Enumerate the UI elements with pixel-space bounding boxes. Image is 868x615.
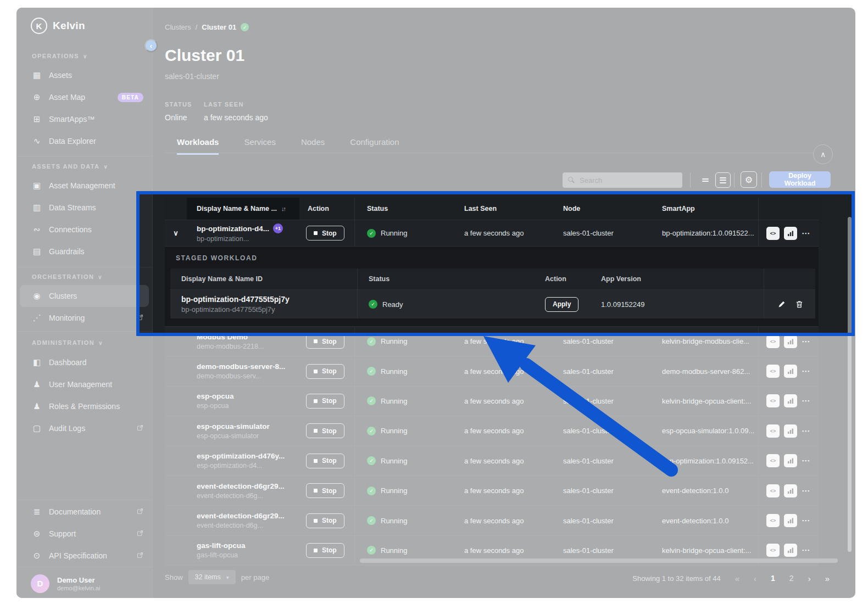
sidebar-collapse-button[interactable]: ‹	[144, 39, 158, 52]
last-seen-value: a few seconds ago	[204, 113, 268, 122]
stop-button[interactable]: Stop	[306, 454, 344, 468]
code-icon[interactable]: <>	[766, 454, 780, 467]
stop-icon	[314, 429, 318, 433]
table-row[interactable]: Modbus Demodemo-modbus-2218... Stop ✓Run…	[165, 327, 819, 356]
metrics-icon[interactable]	[784, 424, 797, 438]
edit-icon[interactable]	[777, 300, 786, 309]
delete-icon[interactable]	[795, 300, 803, 309]
table-settings-button[interactable]: ⚙	[741, 171, 757, 188]
metrics-icon[interactable]	[784, 227, 797, 240]
code-icon[interactable]: <>	[766, 394, 780, 407]
column-last-seen[interactable]: Last Seen	[456, 198, 555, 220]
page-2-button[interactable]: 2	[789, 574, 794, 583]
stop-icon	[314, 339, 318, 343]
running-status-icon: ✓	[367, 396, 376, 405]
more-actions-icon[interactable]: ⋯	[802, 228, 810, 238]
staged-workload-section: STAGED WORKLOAD Display Name & Name ID S…	[165, 247, 819, 327]
stop-button[interactable]: Stop	[306, 226, 344, 241]
table-row[interactable]: demo-modbus-server-8...demo-modbus-serv.…	[165, 356, 819, 386]
search-input[interactable]	[578, 176, 677, 185]
stop-button[interactable]: Stop	[306, 423, 344, 438]
metrics-icon[interactable]	[784, 335, 797, 348]
stop-button[interactable]: Stop	[306, 543, 344, 558]
search-icon	[568, 177, 574, 183]
metrics-icon[interactable]	[784, 454, 797, 467]
stop-icon	[314, 399, 318, 403]
running-status-icon: ✓	[367, 546, 376, 555]
main-content: Clusters / Cluster 01 ✓ Cluster 01 sales…	[16, 8, 855, 598]
view-compact-button[interactable]	[698, 172, 713, 188]
next-page-button[interactable]: ›	[808, 574, 811, 583]
metrics-icon[interactable]	[784, 365, 797, 378]
table-row[interactable]: event-detection-d6gr29...event-detection…	[165, 506, 819, 535]
table-row[interactable]: event-detection-d6gr29...event-detection…	[165, 476, 819, 506]
stop-button[interactable]: Stop	[306, 513, 344, 528]
last-page-button[interactable]: »	[825, 574, 830, 583]
collapse-row-icon[interactable]: ∨	[173, 229, 179, 237]
more-actions-icon[interactable]: ⋯	[802, 516, 810, 525]
staged-workload-row[interactable]: bp-optimization-d47755t5pj7y bp-optimiza…	[170, 290, 815, 318]
page-1-button[interactable]: 1	[771, 574, 775, 583]
metrics-icon[interactable]	[784, 394, 797, 407]
breadcrumb-separator: /	[196, 23, 198, 31]
stop-button[interactable]: Stop	[306, 394, 344, 409]
table-row-expanded[interactable]: ∨ bp-optimization-d4...+1 bp-optimizatio…	[165, 220, 819, 247]
table-row[interactable]: esp-opcua-simulatoresp-opcua-simulator S…	[165, 416, 819, 446]
stop-icon	[314, 549, 318, 552]
stop-button[interactable]: Stop	[306, 364, 344, 379]
code-icon[interactable]: <>	[766, 365, 780, 378]
deploy-workload-button[interactable]: Deploy Workload	[769, 171, 831, 188]
divider	[165, 153, 830, 153]
metrics-icon[interactable]	[784, 514, 797, 527]
staged-column-display-name: Display Name & Name ID	[170, 269, 357, 289]
column-status[interactable]: Status	[354, 198, 456, 220]
more-actions-icon[interactable]: ⋯	[802, 426, 810, 436]
code-icon[interactable]: <>	[766, 544, 780, 557]
code-icon[interactable]: <>	[766, 514, 780, 527]
collapse-header-button[interactable]: ∧	[813, 144, 833, 164]
horizontal-scrollbar[interactable]	[360, 558, 838, 563]
caret-down-icon: ▾	[226, 574, 229, 580]
apply-button[interactable]: Apply	[545, 297, 578, 312]
stop-icon	[314, 519, 318, 523]
running-status-icon: ✓	[367, 367, 376, 376]
prev-page-button[interactable]: ‹	[754, 574, 756, 583]
page-subtitle: sales-01-cluster	[165, 72, 219, 81]
more-actions-icon[interactable]: ⋯	[802, 366, 810, 376]
stop-button[interactable]: Stop	[306, 483, 344, 498]
running-status-icon: ✓	[367, 487, 376, 495]
breadcrumb-clusters[interactable]: Clusters	[165, 23, 191, 31]
running-status-icon: ✓	[367, 337, 376, 346]
more-actions-icon[interactable]: ⋯	[802, 396, 810, 406]
metrics-icon[interactable]	[784, 544, 797, 557]
per-page-label: per page	[241, 573, 269, 582]
workloads-table: Display Name & Name ... ↓↑ Action Status…	[165, 198, 819, 566]
code-icon[interactable]: <>	[766, 424, 780, 438]
first-page-button[interactable]: «	[735, 574, 739, 583]
code-icon[interactable]: <>	[766, 484, 780, 497]
stop-button[interactable]: Stop	[306, 334, 344, 349]
code-icon[interactable]: <>	[766, 227, 780, 240]
page-size-select[interactable]: 32 items ▾	[188, 570, 236, 584]
stop-icon	[314, 459, 318, 463]
pagination: Showing 1 to 32 items of 44 « ‹ 1 2 › »	[632, 570, 830, 586]
column-display-name[interactable]: Display Name & Name ... ↓↑	[187, 198, 299, 220]
more-actions-icon[interactable]: ⋯	[802, 545, 810, 555]
more-actions-icon[interactable]: ⋯	[802, 456, 810, 466]
code-icon[interactable]: <>	[766, 335, 780, 348]
metrics-icon[interactable]	[784, 484, 797, 497]
page-title: Cluster 01	[165, 46, 244, 65]
online-check-icon: ✓	[241, 23, 249, 31]
breadcrumb-current: Cluster 01	[202, 23, 236, 31]
more-actions-icon[interactable]: ⋯	[802, 337, 810, 346]
table-row[interactable]: esp-optimization-d476y...esp-optimizatio…	[165, 446, 819, 476]
more-actions-icon[interactable]: ⋯	[802, 486, 810, 496]
table-row[interactable]: esp-opcuaesp-opcua Stop ✓Running a few s…	[165, 387, 819, 416]
vertical-scrollbar[interactable]	[848, 217, 852, 552]
column-action[interactable]: Action	[299, 198, 354, 220]
status-value: Online	[165, 113, 187, 122]
column-smartapp[interactable]: SmartApp	[654, 198, 758, 220]
column-node[interactable]: Node	[555, 198, 654, 220]
view-list-button[interactable]	[715, 172, 731, 188]
sort-icon[interactable]: ↓↑	[281, 205, 285, 212]
